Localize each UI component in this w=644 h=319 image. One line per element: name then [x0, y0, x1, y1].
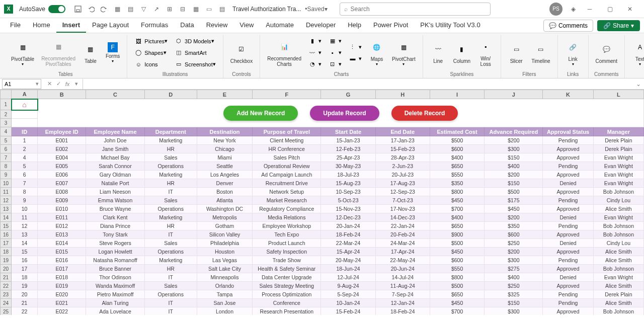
slicer-button[interactable]: ▭Slicer [505, 35, 527, 70]
data-cell[interactable]: $200 [485, 136, 543, 145]
data-cell[interactable]: Marketing [144, 136, 197, 145]
combo-chart-icon[interactable]: ⊡▾ [326, 59, 345, 70]
data-cell[interactable]: Denied [543, 213, 593, 222]
data-cell[interactable]: Operations [144, 248, 197, 256]
data-cell[interactable]: 14-Dec-23 [375, 213, 430, 222]
data-cell[interactable]: Approved [543, 153, 593, 162]
data-cell[interactable]: Minneapolis [197, 273, 252, 282]
data-cell[interactable]: E016 [38, 256, 86, 265]
data-cell[interactable]: Houston [197, 248, 252, 256]
data-cell[interactable]: 12 [12, 222, 38, 230]
user-avatar[interactable]: PS [549, 3, 562, 16]
data-cell[interactable]: 12-Jan-24 [375, 299, 430, 307]
row-header-25[interactable]: 25 [1, 307, 12, 315]
column-chart-icon[interactable]: ▮▾ [305, 36, 325, 47]
data-cell[interactable]: Miami [197, 153, 252, 162]
data-cell[interactable]: Sales Strategy Meeting [253, 282, 321, 290]
data-cell[interactable]: Tech Expo [253, 230, 321, 239]
data-cell[interactable]: Research Presentation [253, 307, 321, 315]
data-cell[interactable]: 6 [12, 171, 38, 179]
search-box[interactable]: ⌕ [340, 3, 491, 16]
data-cell[interactable]: E006 [38, 171, 86, 179]
data-cell[interactable]: E020 [38, 290, 86, 299]
data-cell[interactable]: Bruce Banner [86, 265, 144, 273]
data-cell[interactable]: 15 [12, 248, 38, 256]
qat-calc-icon[interactable]: ▦ [191, 4, 201, 14]
data-cell[interactable]: Wanda Maximoff [86, 282, 144, 290]
data-cell[interactable]: Approved [543, 188, 593, 196]
data-cell[interactable]: $150 [485, 153, 543, 162]
data-cell[interactable]: $300 [485, 256, 543, 265]
scatter-chart-icon[interactable]: ⋮▾ [346, 41, 365, 52]
data-cell[interactable]: E019 [38, 282, 86, 290]
data-cell[interactable]: 21 [12, 299, 38, 307]
data-cell[interactable]: IT [144, 307, 197, 315]
data-cell[interactable]: 18-Jul-23 [321, 171, 375, 179]
data-cell[interactable]: Bob Johnson [593, 307, 643, 315]
data-cell[interactable]: E018 [38, 273, 86, 282]
data-cell[interactable]: Diana Prince [86, 222, 144, 230]
data-cell[interactable]: 17 [12, 265, 38, 273]
formula-bar[interactable] [83, 79, 633, 89]
data-cell[interactable]: Health & Safety Seminar [253, 265, 321, 273]
data-cell[interactable]: Evan Wright [593, 213, 643, 222]
data-cell[interactable]: Bruce Wayne [86, 205, 144, 213]
data-cell[interactable]: $200 [485, 248, 543, 256]
data-cell[interactable]: 2 [12, 145, 38, 153]
data-cell[interactable]: $500 [430, 136, 484, 145]
data-cell[interactable]: Denver [197, 179, 252, 188]
sparkline-winloss-button[interactable]: ▪Win/ Loss [474, 35, 497, 70]
data-cell[interactable]: $500 [430, 282, 484, 290]
data-cell[interactable]: 4 [12, 153, 38, 162]
data-cell[interactable]: $400 [430, 213, 484, 222]
table-header-id[interactable]: ID [12, 127, 38, 136]
row-header-9[interactable]: 9 [1, 171, 12, 179]
data-cell[interactable]: Sarah Connor [86, 162, 144, 171]
data-cell[interactable]: 2-Jun-23 [375, 162, 430, 171]
data-cell[interactable]: Evan Wright [593, 179, 643, 188]
data-cell[interactable]: 22-Mar-24 [321, 239, 375, 248]
enter-formula-icon[interactable]: ✓ [54, 80, 62, 88]
data-cell[interactable]: $450 [430, 248, 484, 256]
data-cell[interactable]: 30-May-23 [321, 162, 375, 171]
data-cell[interactable]: Data Center Upgrade [253, 273, 321, 282]
tab-home[interactable]: Home [27, 18, 56, 33]
data-cell[interactable]: Marketing [144, 213, 197, 222]
data-cell[interactable]: Logan Howlett [86, 248, 144, 256]
data-cell[interactable]: 15-Nov-23 [321, 205, 375, 213]
data-cell[interactable]: Conference [253, 299, 321, 307]
col-header-K[interactable]: K [543, 90, 593, 99]
statistic-chart-icon[interactable]: ▪▾ [326, 47, 345, 58]
data-cell[interactable]: $550 [430, 171, 484, 179]
qat-chart-icon[interactable]: ▤ [217, 4, 227, 14]
close-button[interactable]: ✕ [620, 2, 640, 16]
data-cell[interactable]: 5-Sep-24 [321, 290, 375, 299]
row-header-14[interactable]: 14 [1, 213, 12, 222]
data-cell[interactable]: Marketing [144, 256, 197, 265]
data-cell[interactable]: Bob Johnson [593, 222, 643, 230]
comments-button[interactable]: 💬 Comments [543, 20, 593, 32]
table-header-start-date[interactable]: Start Date [321, 127, 375, 136]
data-cell[interactable]: Operational Review [253, 162, 321, 171]
data-cell[interactable]: E007 [38, 179, 86, 188]
data-cell[interactable]: 7 [12, 179, 38, 188]
row-header-3[interactable]: 3 [1, 119, 12, 127]
data-cell[interactable]: Thor Odinson [86, 273, 144, 282]
data-cell[interactable]: Jane Smith [86, 145, 144, 153]
data-cell[interactable]: Bob Johnson [593, 188, 643, 196]
row-header-7[interactable]: 7 [1, 153, 12, 162]
recommended-charts-button[interactable]: 📊Recommended Charts [264, 35, 304, 70]
data-cell[interactable]: Bob Johnson [593, 265, 643, 273]
data-cell[interactable]: Sales Pitch [253, 153, 321, 162]
row-header-17[interactable]: 17 [1, 239, 12, 248]
row-header-24[interactable]: 24 [1, 299, 12, 307]
data-cell[interactable]: Evan Wright [593, 171, 643, 179]
pivotchart-button[interactable]: ▦PivotChart▾ [389, 35, 419, 70]
col-header-G[interactable]: G [321, 90, 375, 99]
search-input[interactable] [351, 6, 486, 13]
data-cell[interactable]: Denied [543, 179, 593, 188]
col-header-J[interactable]: J [485, 90, 543, 99]
col-header-F[interactable]: F [253, 90, 321, 99]
save-icon[interactable] [73, 4, 83, 14]
row-header-5[interactable]: 5 [1, 136, 12, 145]
